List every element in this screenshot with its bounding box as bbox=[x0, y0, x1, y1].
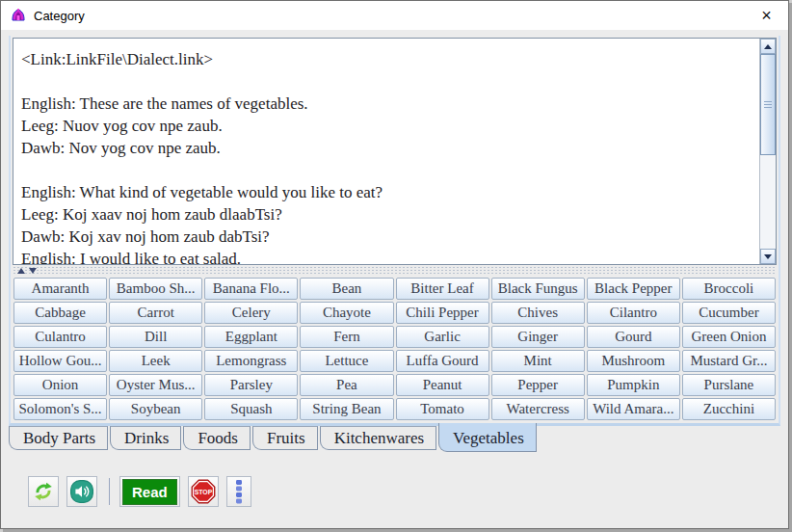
vegetable-button[interactable]: Chives bbox=[491, 302, 585, 324]
scroll-up-button[interactable] bbox=[760, 39, 776, 54]
vegetable-button[interactable]: Leek bbox=[109, 350, 202, 372]
stop-icon-label: STOP bbox=[194, 489, 212, 495]
vegetable-button[interactable]: Fern bbox=[300, 326, 393, 348]
vegetable-button[interactable]: Hollow Gou... bbox=[13, 350, 107, 372]
menu-dots-button[interactable] bbox=[226, 476, 251, 507]
vegetable-button[interactable]: Onion bbox=[13, 374, 107, 396]
vertical-scrollbar[interactable] bbox=[759, 39, 776, 264]
read-button[interactable]: Read bbox=[119, 476, 180, 507]
window-title: Category bbox=[34, 9, 85, 23]
vegetable-button[interactable]: Dill bbox=[109, 326, 202, 348]
text-line: Leeg: Koj xaav noj hom zaub dlaabTsi? bbox=[21, 203, 755, 226]
stop-button[interactable]: STOP bbox=[188, 476, 219, 507]
vegetable-button[interactable]: Black Fungus bbox=[491, 278, 585, 300]
vegetable-button[interactable]: Pea bbox=[300, 374, 393, 396]
tab-kitchenwares[interactable]: Kitchenwares bbox=[320, 426, 436, 450]
tab-fruits[interactable]: Fruits bbox=[252, 426, 318, 450]
vertical-dots-icon bbox=[234, 479, 244, 504]
scroll-down-button[interactable] bbox=[760, 249, 776, 264]
split-divider[interactable] bbox=[13, 266, 777, 276]
text-line: English: What kind of vegetable would yo… bbox=[21, 181, 755, 203]
vegetable-button[interactable]: Lettuce bbox=[300, 350, 393, 372]
app-icon bbox=[11, 8, 26, 23]
vegetable-button[interactable]: Culantro bbox=[13, 326, 107, 348]
category-window: Category × <Link:LinkFile\Dialect.link> … bbox=[0, 0, 789, 529]
vegetable-button[interactable]: Black Pepper bbox=[587, 278, 680, 300]
tab-content-panel: <Link:LinkFile\Dialect.link> English: Th… bbox=[9, 36, 780, 426]
vegetable-button[interactable]: Bitter Leaf bbox=[396, 278, 489, 300]
vegetable-button[interactable]: Mustard Gr... bbox=[682, 350, 776, 372]
text-line bbox=[21, 70, 755, 93]
vegetable-button[interactable]: Gourd bbox=[587, 326, 680, 348]
vegetable-button[interactable]: Lemongrass bbox=[204, 350, 298, 372]
text-line: Dawb: Nov yog cov npe zaub. bbox=[21, 137, 755, 159]
vegetable-button[interactable]: Watercress bbox=[491, 398, 585, 420]
toolbar: Read STOP bbox=[28, 476, 788, 507]
vegetable-button[interactable]: Purslane bbox=[682, 374, 776, 396]
vegetable-button[interactable]: Soybean bbox=[109, 398, 202, 420]
vegetable-button[interactable]: Tomato bbox=[396, 398, 489, 420]
vegetable-button[interactable]: Cilantro bbox=[587, 302, 680, 324]
vegetable-button[interactable]: Squash bbox=[204, 398, 298, 420]
scrollbar-thumb[interactable] bbox=[760, 54, 776, 155]
vegetable-button[interactable]: Chili Pepper bbox=[396, 302, 489, 324]
divider-collapse-up-icon[interactable] bbox=[17, 268, 25, 274]
vegetable-button[interactable]: Parsley bbox=[204, 374, 298, 396]
vegetable-button[interactable]: String Bean bbox=[300, 398, 393, 420]
titlebar: Category × bbox=[1, 1, 788, 30]
vegetable-button[interactable]: Celery bbox=[204, 302, 298, 324]
text-line: English: I would like to eat salad. bbox=[21, 248, 755, 264]
close-button[interactable]: × bbox=[745, 1, 788, 30]
vegetable-button[interactable]: Mint bbox=[491, 350, 585, 372]
vegetable-button[interactable]: Bean bbox=[300, 278, 393, 300]
vegetable-button[interactable]: Ginger bbox=[491, 326, 585, 348]
scrollbar-track[interactable] bbox=[760, 54, 776, 249]
vegetable-button[interactable]: Pumpkin bbox=[587, 374, 680, 396]
text-line bbox=[21, 159, 755, 181]
thumb-grip-icon bbox=[764, 101, 772, 109]
divider-collapse-down-icon[interactable] bbox=[29, 268, 37, 274]
tab-drinks[interactable]: Drinks bbox=[110, 426, 181, 450]
vegetable-button[interactable]: Cabbage bbox=[13, 302, 107, 324]
vegetable-button[interactable]: Chayote bbox=[300, 302, 393, 324]
dialect-text-scrollpane: <Link:LinkFile\Dialect.link> English: Th… bbox=[13, 38, 777, 265]
tab-strip: Body PartsDrinksFoodsFruitsKitchenwaresV… bbox=[9, 426, 788, 455]
vegetable-button[interactable]: Luffa Gourd bbox=[396, 350, 489, 372]
vegetable-grid: AmaranthBamboo Sh...Banana Flo...BeanBit… bbox=[13, 277, 777, 421]
tab-body-parts[interactable]: Body Parts bbox=[9, 426, 108, 450]
vegetable-button[interactable]: Cucumber bbox=[682, 302, 776, 324]
text-line: Dawb: Koj xav noj hom zaub dabTsi? bbox=[21, 226, 755, 248]
vegetable-button[interactable]: Broccoli bbox=[682, 278, 776, 300]
vegetable-button[interactable]: Pepper bbox=[491, 374, 585, 396]
vegetable-button[interactable]: Zucchini bbox=[682, 398, 776, 420]
down-arrow-icon bbox=[764, 254, 772, 259]
up-arrow-icon bbox=[764, 44, 772, 49]
vegetable-button[interactable]: Mushroom bbox=[587, 350, 680, 372]
speak-button[interactable] bbox=[66, 476, 97, 507]
refresh-button[interactable] bbox=[28, 476, 59, 507]
text-line: Leeg: Nuov yog cov npe zaub. bbox=[21, 115, 755, 137]
vegetable-button[interactable]: Amaranth bbox=[13, 278, 107, 300]
dialect-text-area[interactable]: <Link:LinkFile\Dialect.link> English: Th… bbox=[13, 39, 759, 264]
vegetable-button[interactable]: Green Onion bbox=[682, 326, 776, 348]
toolbar-separator bbox=[109, 478, 110, 505]
text-line: <Link:LinkFile\Dialect.link> bbox=[21, 48, 755, 70]
vegetable-button[interactable]: Peanut bbox=[396, 374, 489, 396]
tab-vegetables[interactable]: Vegetables bbox=[438, 423, 537, 452]
vegetable-button[interactable]: Solomon's S... bbox=[13, 398, 107, 420]
vegetable-button[interactable]: Garlic bbox=[396, 326, 489, 348]
vegetable-button[interactable]: Oyster Mus... bbox=[109, 374, 202, 396]
speaker-icon bbox=[70, 480, 93, 503]
read-button-label: Read bbox=[122, 479, 177, 505]
vegetable-button[interactable]: Eggplant bbox=[204, 326, 298, 348]
tab-foods[interactable]: Foods bbox=[183, 426, 251, 450]
stop-sign-icon: STOP bbox=[191, 479, 216, 504]
text-line: English: These are the names of vegetabl… bbox=[21, 93, 755, 115]
vegetable-button[interactable]: Bamboo Sh... bbox=[109, 278, 202, 300]
vegetable-button[interactable]: Wild Amara... bbox=[587, 398, 680, 420]
vegetable-button[interactable]: Banana Flo... bbox=[204, 278, 298, 300]
recycle-icon bbox=[33, 481, 54, 502]
vegetable-button[interactable]: Carrot bbox=[109, 302, 202, 324]
